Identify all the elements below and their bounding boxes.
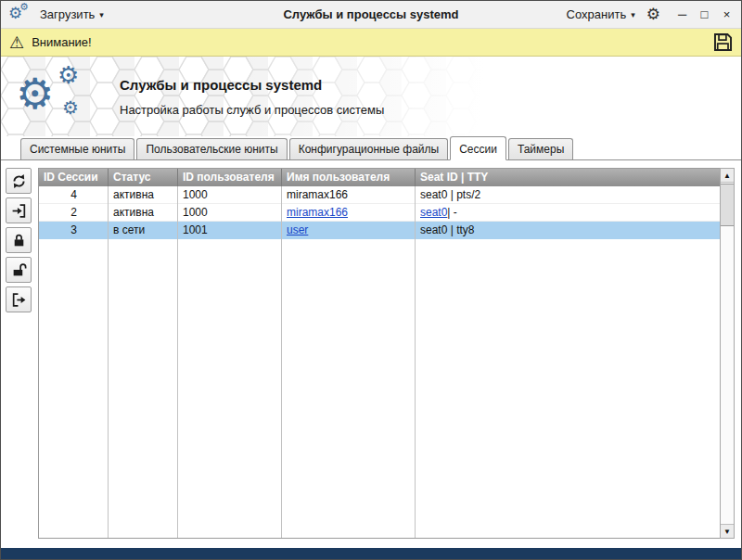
warning-icon: ⚠ <box>9 34 24 51</box>
table-cell: seat0 | tty8 <box>416 222 720 238</box>
scroll-thumb[interactable] <box>721 184 734 226</box>
warning-bar: ⚠ Внимание! <box>1 29 741 57</box>
header-cell[interactable]: Имя пользователя <box>282 169 416 186</box>
titlebar-left: ⚙ ⚙ Загрузить ▾ <box>8 4 104 26</box>
refresh-icon <box>11 173 27 189</box>
table-cell: 4 <box>39 186 109 203</box>
table-row[interactable]: 2активна1000miramax166seat0 | - <box>39 204 720 222</box>
close-button[interactable]: × <box>720 8 734 20</box>
tab-user-units[interactable]: Пользовательские юниты <box>136 138 287 159</box>
window-controls: ─ □ × <box>675 8 734 20</box>
table-header: ID СессииСтатусID пользователяИмя пользо… <box>39 169 720 186</box>
logout-button[interactable] <box>6 286 32 312</box>
lock-button[interactable] <box>6 227 32 253</box>
gear-icon: ⚙ <box>62 98 79 117</box>
minimize-button[interactable]: ─ <box>675 8 689 20</box>
header-cell[interactable]: ID пользователя <box>178 169 282 186</box>
unlock-button[interactable] <box>6 257 32 283</box>
table-body[interactable]: 4активна1000miramax166seat0 | pts/22акти… <box>39 186 720 538</box>
tab-bar: Системные юнитыПользовательские юнитыКон… <box>1 136 741 160</box>
table-cell: активна <box>109 204 178 221</box>
app-gears-icon: ⚙ ⚙ <box>8 4 31 26</box>
gear-icon: ⚙ <box>19 2 29 12</box>
login-button[interactable] <box>6 197 32 223</box>
save-button[interactable]: Сохранить ▾ <box>567 7 635 21</box>
lock-icon <box>11 233 27 248</box>
side-toolbar <box>6 168 32 312</box>
logout-icon <box>11 292 27 308</box>
settings-gear-icon[interactable]: ⚙ <box>646 6 660 22</box>
cell-link[interactable]: user <box>287 223 308 236</box>
load-button[interactable]: Загрузить ▾ <box>40 7 104 21</box>
cell-link[interactable]: miramax166 <box>287 206 348 219</box>
table-cell: seat0 | pts/2 <box>416 186 720 203</box>
status-bar <box>1 548 741 559</box>
table-cell: 2 <box>39 204 109 221</box>
table-cell: miramax166 <box>282 204 416 221</box>
main-area: ID СессииСтатусID пользователяИмя пользо… <box>1 160 741 548</box>
save-file-button[interactable] <box>713 32 733 52</box>
page-subtitle: Настройка работы служб и процессов систе… <box>120 103 384 117</box>
table-cell: 1001 <box>178 222 282 238</box>
table-cell: 3 <box>39 222 109 238</box>
gear-icon: ⚙ <box>58 63 79 87</box>
cell-link[interactable]: seat0 <box>420 206 447 219</box>
titlebar-right: Сохранить ▾ ⚙ ─ □ × <box>567 6 734 22</box>
chevron-down-icon: ▾ <box>631 10 635 19</box>
table-cell: user <box>282 222 416 238</box>
unlock-icon <box>11 262 27 278</box>
banner: ⚙ ⚙ ⚙ Службы и процессы systemd Настройк… <box>1 57 741 136</box>
maximize-button[interactable]: □ <box>697 8 711 20</box>
load-button-label: Загрузить <box>40 7 95 21</box>
table-cell: активна <box>109 186 178 203</box>
table-cell: 1000 <box>178 204 282 221</box>
vertical-scrollbar[interactable]: ▲ ▼ <box>720 168 735 539</box>
scroll-down-button[interactable]: ▼ <box>721 524 734 538</box>
page-title: Службы и процессы systemd <box>120 77 384 93</box>
header-cell[interactable]: Seat ID | TTY <box>416 169 720 186</box>
gear-icon: ⚙ <box>16 72 54 115</box>
login-icon <box>11 203 27 219</box>
table-cell: seat0 | - <box>416 204 720 221</box>
table-row[interactable]: 4активна1000miramax166seat0 | pts/2 <box>39 186 720 204</box>
scroll-up-button[interactable]: ▲ <box>721 169 734 183</box>
table-row[interactable]: 3в сети1001userseat0 | tty8 <box>39 222 720 239</box>
app-window: ⚙ ⚙ Загрузить ▾ Службы и процессы system… <box>0 0 742 560</box>
sessions-table: ID СессииСтатусID пользователяИмя пользо… <box>38 168 721 539</box>
tab-config-files[interactable]: Конфигурационные файлы <box>289 138 448 159</box>
app-logo-gears-icon: ⚙ ⚙ ⚙ <box>16 63 96 130</box>
chevron-down-icon: ▾ <box>99 10 104 19</box>
titlebar: ⚙ ⚙ Загрузить ▾ Службы и процессы system… <box>1 1 741 29</box>
tab-timers[interactable]: Таймеры <box>508 138 573 159</box>
tab-sessions[interactable]: Сессии <box>450 136 506 160</box>
table-cell: в сети <box>109 222 178 238</box>
table-cell: 1000 <box>178 186 282 203</box>
save-button-label: Сохранить <box>567 7 627 21</box>
table-cell: miramax166 <box>282 186 416 203</box>
floppy-icon <box>713 32 733 52</box>
warning-text: Внимание! <box>32 35 92 49</box>
refresh-button[interactable] <box>6 168 32 194</box>
header-cell[interactable]: ID Сессии <box>39 169 109 186</box>
header-cell[interactable]: Статус <box>109 169 178 186</box>
tab-system-units[interactable]: Системные юниты <box>20 138 134 159</box>
banner-content: ⚙ ⚙ ⚙ Службы и процессы systemd Настройк… <box>16 60 384 133</box>
